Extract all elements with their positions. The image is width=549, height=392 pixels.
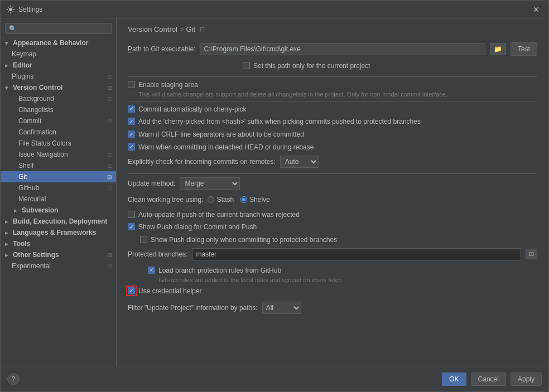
sidebar-item-keymap[interactable]: Keymap — [1, 49, 116, 60]
search-input[interactable] — [19, 25, 108, 32]
other-icon: ⊡ — [107, 252, 112, 258]
load-branch-protection-label: Load branch protection rules from GitHub — [158, 267, 281, 274]
hash-suffix-checkbox[interactable] — [128, 118, 135, 125]
breadcrumb-sep: > — [180, 25, 184, 33]
sidebar-item-mercurial[interactable]: Mercurial — [1, 193, 116, 205]
stash-radio-row[interactable]: Stash — [208, 195, 234, 205]
cherry-pick-label: Commit automatically on cherry-pick — [138, 105, 246, 114]
auto-update-checkbox[interactable] — [128, 211, 135, 218]
settings-icon — [6, 5, 15, 14]
sidebar-item-label: Plugins — [12, 72, 33, 80]
sidebar-item-file-status-colors[interactable]: File Status Colors — [1, 138, 116, 149]
sidebar-item-confirmation[interactable]: Confirmation — [1, 127, 116, 138]
corner-btn[interactable]: ⊡ — [526, 249, 537, 259]
shelve-radio[interactable] — [240, 196, 247, 203]
enable-staging-checkbox[interactable] — [128, 81, 135, 88]
sidebar-item-languages[interactable]: ▸ Languages & Frameworks — [1, 227, 116, 238]
shelve-radio-row[interactable]: Shelve — [240, 195, 270, 205]
enable-staging-sublabel: This will disable changelists support an… — [138, 91, 447, 98]
use-credential-helper-row: Use credential helper — [128, 287, 537, 296]
show-push-label: Show Push dialog for Commit and Push — [138, 222, 257, 232]
sidebar-item-experimental[interactable]: Experimental ⊡ — [1, 260, 116, 272]
protected-branches-input[interactable] — [192, 248, 521, 260]
shelf-icon: ⊡ — [107, 163, 112, 169]
browse-button[interactable]: 📁 — [490, 43, 506, 55]
show-push-row: Show Push dialog for Commit and Push — [128, 222, 537, 232]
sidebar-item-label: File Status Colors — [18, 139, 71, 147]
use-credential-helper-checkbox[interactable] — [128, 287, 135, 294]
sidebar-item-issue-navigation[interactable]: Issue Navigation ⊡ — [1, 149, 116, 160]
close-button[interactable]: ✕ — [529, 4, 543, 15]
commit-icon: ⊡ — [107, 118, 112, 124]
sidebar-item-label: Shelf — [18, 162, 33, 170]
set-path-row: Set this path only for the current proje… — [128, 61, 537, 71]
sidebar-item-commit[interactable]: Commit ⊡ — [1, 115, 116, 127]
crlf-row: Warn if CRLF line separators are about t… — [128, 130, 537, 139]
hash-suffix-row: Add the 'cherry-picked from <hash>' suff… — [128, 117, 537, 127]
stash-radio[interactable] — [208, 196, 214, 203]
search-box[interactable]: 🔍 — [5, 23, 112, 34]
detached-checkbox[interactable] — [128, 143, 135, 151]
search-icon: 🔍 — [9, 25, 17, 32]
sidebar-item-git[interactable]: Git ⊡ — [1, 171, 116, 182]
sidebar-item-appearance[interactable]: ▾ Appearance & Behavior — [1, 37, 116, 49]
help-button[interactable]: ? — [7, 373, 20, 385]
hash-suffix-label: Add the 'cherry-picked from <hash>' suff… — [138, 117, 421, 127]
incoming-commits-row: Explicitly check for incoming commits on… — [128, 156, 537, 168]
expand-icon: ▸ — [14, 207, 20, 214]
expand-icon: ▾ — [5, 40, 11, 46]
protected-branches-row: Protected branches: ⊡ — [128, 248, 537, 260]
expand-icon: ▾ — [5, 85, 11, 91]
set-path-checkbox[interactable] — [243, 62, 250, 69]
filter-update-project-select[interactable]: All Affected — [262, 302, 301, 314]
sidebar-item-shelf[interactable]: Shelf ⊡ — [1, 160, 116, 171]
footer-buttons: OK Cancel Apply — [442, 372, 542, 386]
sidebar-item-changelists[interactable]: Changelists — [1, 104, 116, 115]
sidebar-item-label: Other Settings — [13, 251, 59, 259]
sidebar-item-subversion[interactable]: ▸ Subversion — [1, 205, 116, 216]
bg-icon: ⊡ — [107, 96, 112, 102]
git-executable-row: Path to Git executable: 📁 Test — [128, 42, 537, 56]
sidebar-item-github[interactable]: GitHub ⊡ — [1, 182, 116, 193]
sidebar-item-label: Tools — [13, 240, 30, 248]
svg-point-0 — [9, 8, 12, 11]
test-button[interactable]: Test — [511, 42, 537, 56]
expand-icon: ▸ — [5, 230, 11, 236]
cherry-pick-checkbox[interactable] — [128, 105, 135, 113]
ok-button[interactable]: OK — [442, 372, 466, 386]
expand-icon: ▸ — [5, 219, 11, 225]
sidebar-item-tools[interactable]: ▸ Tools — [1, 238, 116, 249]
sidebar-item-label: Keymap — [12, 50, 36, 58]
git-executable-input[interactable] — [200, 43, 485, 55]
cancel-button[interactable]: Cancel — [471, 372, 506, 386]
apply-button[interactable]: Apply — [511, 372, 542, 386]
sidebar-item-label: Mercurial — [18, 195, 46, 203]
sidebar-item-other[interactable]: ▸ Other Settings ⊡ — [1, 249, 116, 260]
crlf-label: Warn if CRLF line separators are about t… — [138, 130, 304, 139]
enable-staging-row: Enable staging area This will disable ch… — [128, 80, 537, 98]
crlf-checkbox[interactable] — [128, 130, 135, 138]
shelve-label: Shelve — [249, 195, 270, 205]
show-push-checkbox[interactable] — [128, 223, 135, 230]
sidebar-item-build[interactable]: ▸ Build, Execution, Deployment — [1, 216, 116, 227]
incoming-commits-select[interactable]: Auto Always Never — [280, 156, 319, 168]
expand-icon: ▸ — [5, 241, 11, 247]
sidebar-item-plugins[interactable]: Plugins ⊡ — [1, 71, 116, 82]
breadcrumb: Version Control > Git ⊡ — [128, 25, 537, 33]
sidebar-item-editor[interactable]: ▸ Editor — [1, 60, 116, 71]
issue-icon: ⊡ — [107, 152, 112, 158]
enable-staging-label-group: Enable staging area This will disable ch… — [138, 80, 447, 98]
sidebar-item-background[interactable]: Background ⊡ — [1, 93, 116, 104]
stash-label: Stash — [216, 195, 234, 205]
use-credential-helper-label: Use credential helper — [138, 287, 201, 296]
sidebar-item-vcs[interactable]: ▾ Version Control ⊡ — [1, 82, 116, 93]
load-branch-protection-checkbox[interactable] — [148, 267, 155, 274]
settings-window: Settings ✕ 🔍 ▾ Appearance & Behavior Key… — [0, 0, 549, 392]
update-method-select[interactable]: Merge Rebase Branch default — [180, 177, 240, 190]
clean-working-label: Clean working tree using: — [128, 196, 203, 204]
incoming-commits-label: Explicitly check for incoming commits on… — [128, 158, 276, 166]
auto-update-row: Auto-update if push of the current branc… — [128, 210, 537, 220]
show-push-protected-checkbox[interactable] — [140, 236, 147, 243]
github-icon: ⊡ — [107, 185, 112, 191]
expand-icon: ▸ — [5, 62, 11, 69]
